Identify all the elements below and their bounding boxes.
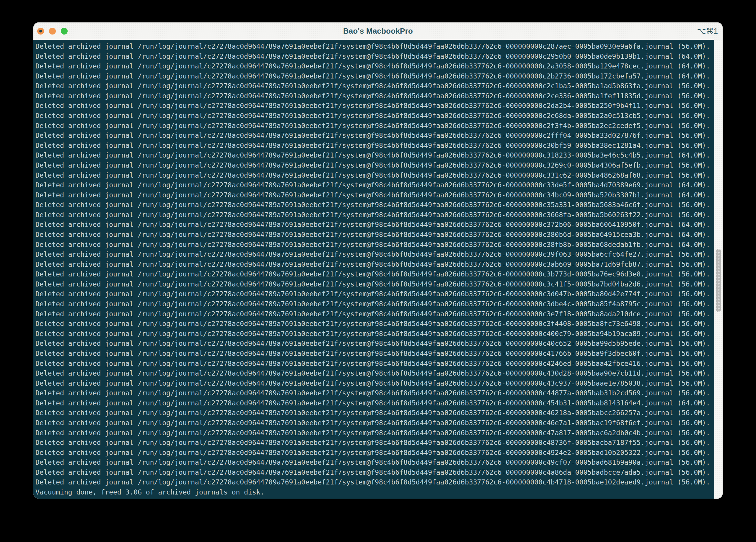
log-line: Deleted archived journal /run/log/journa… [35,458,714,468]
terminal-output[interactable]: Deleted archived journal /run/log/journa… [33,40,714,499]
log-line: Deleted archived journal /run/log/journa… [35,42,714,52]
log-line: Deleted archived journal /run/log/journa… [35,81,714,91]
log-line: Deleted archived journal /run/log/journa… [35,171,714,181]
vacuum-summary-line: Vacuuming done, freed 3.0G of archived j… [35,487,714,497]
log-line: Deleted archived journal /run/log/journa… [35,349,714,359]
log-line: Deleted archived journal /run/log/journa… [35,448,714,458]
desktop-background: Bao's MacbookPro ⌥⌘1 Deleted archived jo… [0,0,756,542]
log-line: Deleted archived journal /run/log/journa… [35,230,714,240]
log-line: Deleted archived journal /run/log/journa… [35,270,714,279]
log-line: Deleted archived journal /run/log/journa… [35,210,714,220]
log-line: Deleted archived journal /run/log/journa… [35,250,714,260]
log-line: Deleted archived journal /run/log/journa… [35,408,714,418]
log-line: Deleted archived journal /run/log/journa… [35,200,714,210]
log-line: Deleted archived journal /run/log/journa… [35,477,714,487]
scrollbar-thumb[interactable] [716,249,721,312]
log-line: Deleted archived journal /run/log/journa… [35,111,714,121]
log-line: Deleted archived journal /run/log/journa… [35,378,714,388]
terminal-content: Deleted archived journal /run/log/journa… [33,40,723,499]
log-line: Deleted archived journal /run/log/journa… [35,161,714,171]
window-title: Bao's MacbookPro [33,22,723,40]
log-line: Deleted archived journal /run/log/journa… [35,121,714,131]
log-line: Deleted archived journal /run/log/journa… [35,131,714,141]
log-line: Deleted archived journal /run/log/journa… [35,151,714,161]
log-line: Deleted archived journal /run/log/journa… [35,289,714,299]
window-titlebar[interactable]: Bao's MacbookPro ⌥⌘1 [33,22,723,40]
log-line: Deleted archived journal /run/log/journa… [35,398,714,408]
log-line: Deleted archived journal /run/log/journa… [35,279,714,289]
log-line: Deleted archived journal /run/log/journa… [35,190,714,200]
log-line: Deleted archived journal /run/log/journa… [35,428,714,438]
log-line: Deleted archived journal /run/log/journa… [35,438,714,448]
log-line: Deleted archived journal /run/log/journa… [35,299,714,309]
log-line: Deleted archived journal /run/log/journa… [35,260,714,270]
log-line: Deleted archived journal /run/log/journa… [35,418,714,428]
log-line: Deleted archived journal /run/log/journa… [35,309,714,319]
terminal-window: Bao's MacbookPro ⌥⌘1 Deleted archived jo… [33,22,723,499]
window-shortcut-label: ⌥⌘1 [697,22,718,40]
log-line: Deleted archived journal /run/log/journa… [35,339,714,349]
log-line: Deleted archived journal /run/log/journa… [35,180,714,190]
log-line: Deleted archived journal /run/log/journa… [35,61,714,71]
log-line: Deleted archived journal /run/log/journa… [35,329,714,339]
log-line: Deleted archived journal /run/log/journa… [35,52,714,62]
log-line: Deleted archived journal /run/log/journa… [35,71,714,81]
log-line: Deleted archived journal /run/log/journa… [35,368,714,378]
log-line: Deleted archived journal /run/log/journa… [35,220,714,230]
log-line: Deleted archived journal /run/log/journa… [35,388,714,398]
log-line: Deleted archived journal /run/log/journa… [35,319,714,329]
log-line: Deleted archived journal /run/log/journa… [35,240,714,250]
log-line: Deleted archived journal /run/log/journa… [35,359,714,369]
scrollbar-track[interactable] [714,40,723,499]
log-line: Deleted archived journal /run/log/journa… [35,101,714,111]
log-line: Deleted archived journal /run/log/journa… [35,468,714,478]
log-line: Deleted archived journal /run/log/journa… [35,91,714,101]
log-line: Deleted archived journal /run/log/journa… [35,141,714,151]
